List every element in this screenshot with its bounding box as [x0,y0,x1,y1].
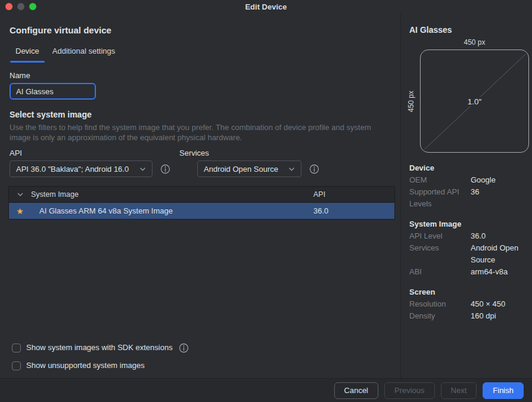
screen-width-label: 450 px [420,38,529,47]
column-header-api[interactable]: API [313,190,394,199]
api-version-cell: 36.0 [313,206,394,215]
tab-device[interactable]: Device [10,47,45,63]
api-dropdown[interactable]: API 36.0 "Baklava"; Android 16.0 [10,160,153,177]
spec-label: API Level [409,230,471,242]
spec-value: 450 × 450 [471,298,529,310]
spec-row-api-level: API Level 36.0 [409,230,529,242]
table-row[interactable]: ★ AI Glasses ARM 64 v8a System Image 36.… [9,203,394,219]
titlebar: Edit Device [0,0,532,13]
spec-label: Services [409,242,471,266]
finish-button[interactable]: Finish [483,382,524,399]
favorite-star-icon[interactable]: ★ [16,207,24,215]
configure-pane: Configure virtual device Device Addition… [0,13,400,378]
system-image-description: Use the filters to help find the system … [10,122,377,143]
spec-value: 36.0 [471,230,529,242]
dialog-footer: Cancel Previous Next Finish [0,378,532,402]
spec-section-screen: Screen [409,286,529,298]
spec-label: OEM [409,174,471,186]
system-image-name-cell: AI Glasses ARM 64 v8a System Image [31,206,313,215]
spec-label: Supported API Levels [409,186,471,210]
spec-value: Google [471,174,529,186]
preview-device-name: AI Glasses [409,25,529,35]
name-label: Name [10,71,391,81]
page-title: Configure virtual device [10,25,391,36]
spec-row-resolution: Resolution 450 × 450 [409,298,529,310]
tab-additional-settings[interactable]: Additional settings [47,47,121,63]
tab-device-label: Device [15,47,39,56]
spec-row-supported-api-levels: Supported API Levels 36 [409,186,529,210]
spec-row-abi: ABI arm64-v8a [409,266,529,278]
zoom-window-button[interactable] [29,3,36,10]
system-image-table: System Image API ★ AI Glasses ARM 64 v8a… [8,186,395,219]
services-info-icon[interactable] [309,164,319,174]
spec-label: Resolution [409,298,471,310]
spec-label: Density [409,310,471,322]
close-window-button[interactable] [5,3,13,10]
spec-row-oem: OEM Google [409,174,529,186]
spec-value: 160 dpi [471,310,529,322]
device-preview-pane: AI Glasses 450 px 450 px 1.0″ Device OEM… [400,13,532,378]
next-button[interactable]: Next [441,382,477,399]
unsupported-images-checkbox-label: Show unsupported system images [26,361,145,370]
spec-section-device: Device [409,162,529,174]
sdk-extensions-info-icon[interactable] [179,343,189,353]
window-controls [5,3,36,10]
screen-diagonal-label: 1.0″ [466,97,484,106]
spec-row-services: Services Android Open Source [409,242,529,266]
select-system-image-title: Select system image [10,110,391,120]
screen-height-label: 450 px [407,89,416,113]
unsupported-images-checkbox-row: Show unsupported system images [12,360,189,372]
spec-value: arm64-v8a [471,266,529,278]
services-dropdown[interactable]: Android Open Source [197,160,301,177]
tab-additional-settings-label: Additional settings [52,47,116,56]
spec-row-density: Density 160 dpi [409,310,529,322]
api-dropdown-value: API 36.0 "Baklava"; Android 16.0 [16,165,135,174]
api-info-icon[interactable] [160,164,170,174]
name-input[interactable] [10,83,96,100]
screen-preview: 450 px 450 px 1.0″ [409,38,529,153]
edit-device-dialog: Edit Device Configure virtual device Dev… [0,0,532,402]
sdk-extensions-checkbox[interactable] [12,344,21,352]
services-dropdown-value: Android Open Source [204,165,284,174]
table-header-row: System Image API [9,187,394,203]
tab-bar: Device Additional settings [10,47,391,63]
window-title: Edit Device [0,2,532,11]
spec-value: Android Open Source [471,242,529,266]
services-label: Services [179,149,209,158]
chevron-down-icon [288,167,295,171]
unsupported-images-checkbox[interactable] [12,361,21,370]
collapse-chevron-icon[interactable] [9,193,31,196]
api-label: API [10,149,179,158]
chevron-down-icon [139,167,146,171]
screen-outline: 450 px 1.0″ [420,50,529,153]
column-header-system-image[interactable]: System Image [31,190,313,199]
sdk-extensions-checkbox-row: Show system images with SDK extensions [12,342,189,354]
spec-value: 36 [471,186,529,210]
cancel-button[interactable]: Cancel [334,382,378,399]
sdk-extensions-checkbox-label: Show system images with SDK extensions [26,343,173,352]
checkbox-group: Show system images with SDK extensions S… [12,342,189,378]
previous-button[interactable]: Previous [384,382,435,399]
minimize-window-button[interactable] [17,3,24,10]
spec-section-system-image: System Image [409,218,529,230]
spec-label: ABI [409,266,471,278]
